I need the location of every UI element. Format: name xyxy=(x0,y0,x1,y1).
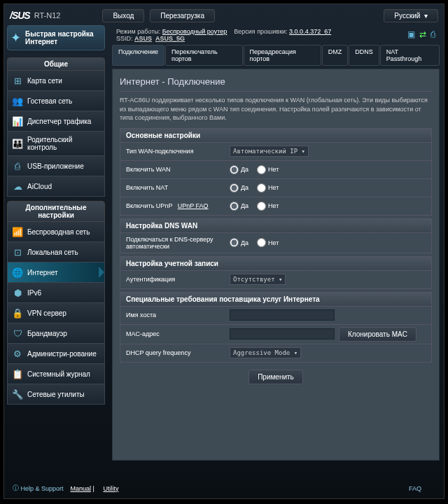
ssid2: ASUS_5G xyxy=(155,35,185,42)
nav-icon: 🔒 xyxy=(12,307,23,318)
nav-icon: ⚙ xyxy=(12,348,23,359)
nav-label: USB-приложение xyxy=(27,162,84,170)
nav-системный-журнал[interactable]: 📋Системный журнал xyxy=(7,364,105,384)
nav-icon: ⎙ xyxy=(12,160,23,172)
nav-aicloud[interactable]: ☁AiCloud xyxy=(7,176,105,197)
nav-label: Сетевые утилиты xyxy=(27,391,85,398)
nav-ipv6[interactable]: ⬢IPv6 xyxy=(7,283,105,303)
nav-label: Системный журнал xyxy=(27,370,90,378)
wan-type-select[interactable]: Автоматический IP ▾ xyxy=(230,146,309,157)
nav-label: VPN сервер xyxy=(27,309,66,317)
enable-wan-no[interactable]: Нет xyxy=(257,165,279,174)
dns-auto-label: Подключаться к DNS-серверу автоматически xyxy=(120,233,225,253)
nav-icon: 🛡 xyxy=(12,328,23,339)
dhcp-freq-select[interactable]: Aggressive Mode ▾ xyxy=(230,347,301,358)
nav-родительский-контроль[interactable]: 👪Родительский контроль xyxy=(7,132,105,156)
clone-mac-button[interactable]: Клонировать MAC xyxy=(339,327,416,342)
faq-link[interactable]: FAQ xyxy=(409,485,421,492)
nav-icon: 📶 xyxy=(12,226,23,237)
nav-label: Диспетчер трафика xyxy=(27,118,91,125)
reboot-button[interactable]: Перезагрузка xyxy=(150,9,215,22)
enable-upnp-yes[interactable]: Да xyxy=(230,202,248,211)
nav-label: Локальная сеть xyxy=(27,248,78,256)
utility-link[interactable]: Utility xyxy=(103,485,118,492)
nav-карта-сети[interactable]: ⊞Карта сети xyxy=(7,71,105,91)
nav-icon: 👥 xyxy=(12,95,23,106)
dns-auto-no[interactable]: Нет xyxy=(257,238,279,247)
apply-button[interactable]: Применить xyxy=(248,370,303,384)
tab-2[interactable]: Переадресация портов xyxy=(244,45,321,66)
enable-nat-label: Включить NAT xyxy=(120,181,225,194)
nav-usb-приложение[interactable]: ⎙USB-приложение xyxy=(7,156,105,176)
tab-3[interactable]: DMZ xyxy=(322,45,349,66)
nav-label: Родительский контроль xyxy=(27,136,100,151)
nav-брандмауэр[interactable]: 🛡Брандмауэр xyxy=(7,323,105,344)
auth-label: Аутентификация xyxy=(120,273,225,286)
nav-icon: ⊡ xyxy=(12,246,23,258)
language-select[interactable]: Русский ▾ xyxy=(384,9,438,22)
brand-logo: /SUS xyxy=(10,10,30,21)
status-icon-3[interactable]: ⎙ xyxy=(430,29,435,39)
nav-vpn-сервер[interactable]: 🔒VPN сервер xyxy=(7,303,105,323)
nav-гостевая-сеть[interactable]: 👥Гостевая сеть xyxy=(7,91,105,111)
mode-link[interactable]: Беспроводный роутер xyxy=(162,28,227,35)
tab-1[interactable]: Переключатель портов xyxy=(165,45,242,66)
enable-upnp-no[interactable]: Нет xyxy=(257,202,279,211)
panel-title: Интернет - Подключение xyxy=(120,76,432,92)
nav-label: Интернет xyxy=(27,269,58,276)
panel-desc: RT-AC86U поддерживает несколько типов по… xyxy=(120,96,432,122)
mac-input[interactable] xyxy=(230,328,335,340)
help-label[interactable]: Help & Support xyxy=(21,485,64,492)
fw-label: Версия прошивки: xyxy=(234,28,287,35)
model-name: RT-N12 xyxy=(34,11,61,20)
auth-select[interactable]: Отсутствует ▾ xyxy=(230,274,286,285)
manual-link[interactable]: Manual xyxy=(71,485,92,492)
nav-диспетчер-трафика[interactable]: 📊Диспетчер трафика xyxy=(7,111,105,132)
dns-auto-yes[interactable]: Да xyxy=(230,238,248,247)
hostname-label: Имя хоста xyxy=(120,309,225,321)
upnp-faq-link[interactable]: UPnP FAQ xyxy=(178,202,209,209)
language-label: Русский xyxy=(394,12,420,20)
nav-администри-рование[interactable]: ⚙Администри-рование xyxy=(7,344,105,364)
nav-label: IPv6 xyxy=(27,289,41,297)
logout-button[interactable]: Выход xyxy=(102,9,144,22)
quick-line1: Быстрая настройка xyxy=(25,30,93,38)
nav-label: Гостевая сеть xyxy=(27,97,72,105)
nav-label: Брандмауэр xyxy=(27,330,67,337)
tab-5[interactable]: NAT Passthrough xyxy=(380,45,440,66)
enable-nat-no[interactable]: Нет xyxy=(257,183,279,192)
group-acct: Настройка учетной записи xyxy=(120,256,432,271)
mode-label: Режим работы: xyxy=(116,28,160,35)
nav-icon: 🌐 xyxy=(12,267,23,278)
ssid-label: SSID: xyxy=(116,35,133,42)
magic-wand-icon: ✦ xyxy=(10,30,21,46)
tab-0[interactable]: Подключение xyxy=(112,45,164,66)
fw-link[interactable]: 3.0.0.4.372_67 xyxy=(289,28,331,35)
help-icon: ⓘ xyxy=(13,484,19,493)
tab-4[interactable]: DDNS xyxy=(349,45,379,66)
dhcp-freq-label: DHCP query frequency xyxy=(120,346,225,359)
status-icon-1[interactable]: ▣ xyxy=(407,29,415,39)
hostname-input[interactable] xyxy=(230,309,335,321)
group-basic: Основные настройки xyxy=(120,128,432,143)
status-icon-2[interactable]: ⇄ xyxy=(419,29,426,39)
nav-локальная-сеть[interactable]: ⊡Локальная сеть xyxy=(7,242,105,262)
enable-nat-yes[interactable]: Да xyxy=(230,183,248,192)
group-isp: Специальные требования поставщика услуг … xyxy=(120,292,432,307)
nav-интернет[interactable]: 🌐Интернет xyxy=(7,262,105,283)
nav-icon: ⬢ xyxy=(12,287,23,298)
quick-line2: Интернет xyxy=(25,38,57,46)
section-general: Общие xyxy=(7,57,105,71)
nav-label: Карта сети xyxy=(27,77,62,85)
nav-icon: 👪 xyxy=(12,138,23,149)
nav-label: AiCloud xyxy=(27,183,52,190)
quick-setup-button[interactable]: ✦ Быстрая настройкаИнтернет xyxy=(7,25,105,50)
nav-icon: ⊞ xyxy=(12,75,23,86)
section-advanced: Дополнительные настройки xyxy=(7,201,105,222)
ssid1: ASUS xyxy=(134,35,152,42)
wan-type-label: Тип WAN-подключения xyxy=(120,145,225,158)
enable-wan-yes[interactable]: Да xyxy=(230,165,248,174)
nav-icon: 📋 xyxy=(12,368,23,379)
nav-беспроводная-сеть[interactable]: 📶Беспроводная сеть xyxy=(7,222,105,242)
nav-сетевые-утилиты[interactable]: 🔧Сетевые утилиты xyxy=(7,384,105,405)
